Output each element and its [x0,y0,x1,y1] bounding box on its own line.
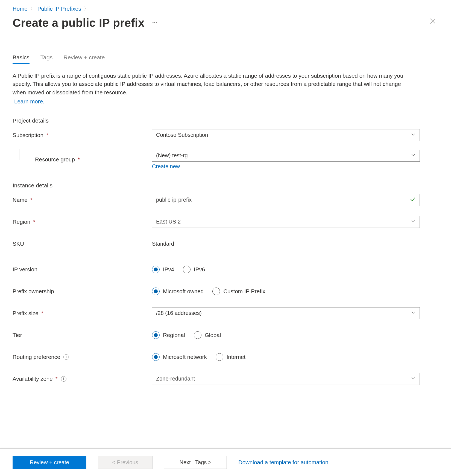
ip-version-radio-group: IPv4 IPv6 [152,266,420,273]
breadcrumb-link-home[interactable]: Home [13,5,28,12]
tab-basics[interactable]: Basics [13,54,30,64]
chevron-down-icon [411,219,416,225]
radio-label: Custom IP Prefix [223,288,265,295]
info-icon[interactable]: i [61,376,66,382]
prefix-size-select[interactable]: /28 (16 addresses) [152,307,420,319]
name-label: Name [13,197,28,203]
radio-label: Internet [227,354,246,360]
required-icon: * [30,197,33,203]
previous-button: < Previous [98,456,153,469]
info-icon[interactable]: i [63,354,69,360]
check-icon [410,196,416,204]
availability-zone-select[interactable]: Zone-redundant [152,373,420,385]
description-text: A Public IP prefix is a range of contigu… [13,72,403,97]
routing-preference-label: Routing preference [13,354,60,360]
tabs: Basics Tags Review + create [13,54,437,64]
chevron-down-icon [411,376,416,382]
review-create-button[interactable]: Review + create [13,456,86,469]
ip-version-label: IP version [13,266,37,273]
routing-microsoft-radio[interactable]: Microsoft network [152,353,207,361]
chevron-right-icon: 〉 [30,6,35,12]
required-icon: * [41,310,43,317]
chevron-down-icon [411,310,416,316]
chevron-down-icon [411,152,416,159]
tier-global-radio[interactable]: Global [194,331,221,339]
radio-label: Microsoft owned [163,288,204,295]
page-title-text: Create a public IP prefix [13,16,145,30]
radio-label: Regional [163,332,185,338]
chevron-right-icon: 〉 [84,6,88,12]
required-icon: * [55,376,58,382]
download-template-link[interactable]: Download a template for automation [238,459,328,466]
radio-label: IPv4 [163,266,174,273]
region-label: Region [13,219,30,225]
name-input[interactable]: public-ip-prefix [152,194,420,206]
create-new-link[interactable]: Create new [152,163,180,170]
region-value: East US 2 [156,219,181,225]
chevron-down-icon [411,132,416,138]
more-icon[interactable]: ··· [152,19,157,27]
sku-label: SKU [13,240,24,247]
ip-version-ipv6-radio[interactable]: IPv6 [183,266,205,273]
prefix-ownership-custom-radio[interactable]: Custom IP Prefix [212,288,265,295]
availability-zone-label: Availability zone [13,376,53,382]
prefix-ownership-microsoft-radio[interactable]: Microsoft owned [152,288,204,295]
prefix-ownership-label: Prefix ownership [13,288,54,295]
required-icon: * [33,219,35,225]
radio-label: Global [205,332,221,338]
subscription-select[interactable]: Contoso Subscription [152,129,420,141]
close-icon[interactable] [428,16,437,27]
breadcrumb: Home 〉 Public IP Prefixes 〉 [13,5,437,12]
page-title: Create a public IP prefix ··· [13,16,157,30]
availability-zone-value: Zone-redundant [156,376,195,382]
region-select[interactable]: East US 2 [152,216,420,228]
tab-review-create[interactable]: Review + create [63,54,105,64]
resource-group-select[interactable]: (New) test-rg [152,150,420,162]
tier-label: Tier [13,332,22,338]
tab-tags[interactable]: Tags [40,54,52,64]
routing-preference-radio-group: Microsoft network Internet [152,353,420,361]
required-icon: * [78,156,80,163]
prefix-ownership-radio-group: Microsoft owned Custom IP Prefix [152,288,420,295]
footer: Review + create < Previous Next : Tags >… [0,448,451,476]
required-icon: * [46,132,48,138]
subscription-value: Contoso Subscription [156,132,208,138]
section-project-details: Project details [13,117,437,124]
name-value: public-ip-prefix [156,197,192,203]
breadcrumb-link-prefixes[interactable]: Public IP Prefixes [37,5,81,12]
prefix-size-label: Prefix size [13,310,39,317]
tree-line-icon [19,149,31,160]
resource-group-value: (New) test-rg [156,152,188,159]
tier-regional-radio[interactable]: Regional [152,331,185,339]
radio-label: Microsoft network [163,354,207,360]
learn-more-link[interactable]: Learn more. [14,98,45,105]
resource-group-label: Resource group [35,156,75,163]
radio-label: IPv6 [194,266,205,273]
subscription-label: Subscription [13,132,43,138]
section-instance-details: Instance details [13,182,437,189]
next-button[interactable]: Next : Tags > [164,456,227,469]
prefix-size-value: /28 (16 addresses) [156,310,202,316]
tier-radio-group: Regional Global [152,331,420,339]
routing-internet-radio[interactable]: Internet [216,353,246,361]
ip-version-ipv4-radio[interactable]: IPv4 [152,266,174,273]
sku-value: Standard [152,241,174,247]
